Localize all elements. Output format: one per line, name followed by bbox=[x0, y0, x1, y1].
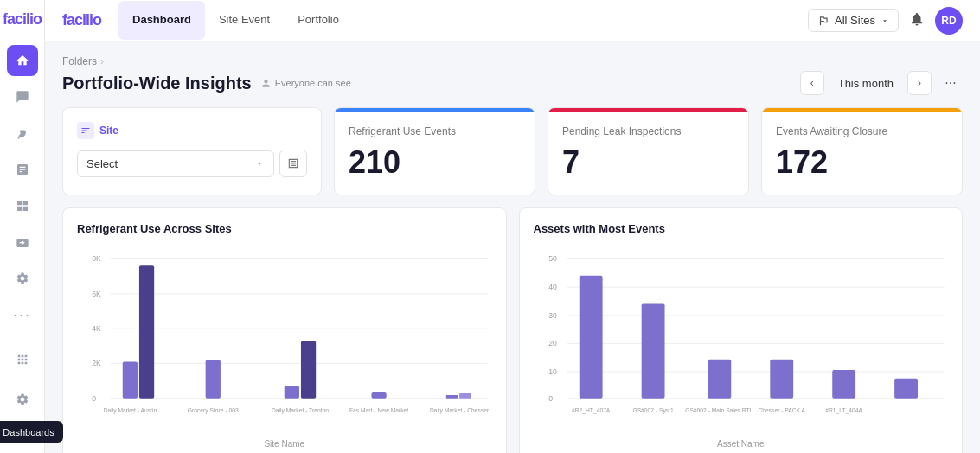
visibility-badge: Everyone can see bbox=[260, 78, 351, 89]
dashboards-button[interactable]: ☰ Dashboards bbox=[0, 421, 63, 443]
svg-text:GS#002 - Sys 1: GS#002 - Sys 1 bbox=[632, 407, 674, 414]
filter-title: Site bbox=[77, 122, 307, 139]
metric-card-refrigerant: Refrigerant Use Events 210 bbox=[334, 107, 535, 195]
svg-text:Daily Market - Chesser: Daily Market - Chesser bbox=[430, 407, 490, 414]
svg-text:10: 10 bbox=[548, 367, 557, 376]
visibility-label: Everyone can see bbox=[275, 78, 351, 88]
charts-row: Refrigerant Use Across Sites Refrigerant… bbox=[62, 207, 963, 453]
bar bbox=[832, 370, 855, 399]
svg-text:#R1_LT_404A: #R1_LT_404A bbox=[825, 407, 862, 414]
left-sidebar: facilio ··· ☰ Dashboards bbox=[0, 0, 45, 453]
metric-value-1: 210 bbox=[349, 144, 521, 181]
page-header: Portfolio-Wide Insights Everyone can see… bbox=[62, 71, 963, 95]
person-icon bbox=[260, 78, 272, 89]
tab-dashboard[interactable]: Dashboard bbox=[118, 1, 205, 40]
dropdown-chevron-icon bbox=[254, 158, 265, 169]
bar bbox=[446, 395, 458, 399]
prev-period-button[interactable]: ‹ bbox=[800, 71, 824, 95]
page-content: Folders › Portfolio-Wide Insights Everyo… bbox=[45, 41, 980, 453]
chart1-xlabel: Site Name bbox=[77, 439, 492, 449]
breadcrumb-separator: › bbox=[100, 55, 104, 67]
site-select-row: Select bbox=[77, 150, 307, 177]
svg-text:#R2_HT_407A: #R2_HT_407A bbox=[571, 407, 610, 414]
chart1-title: Refrigerant Use Across Sites bbox=[77, 222, 492, 235]
chart-assets-events: Assets with Most Events Refrigerant Use … bbox=[519, 207, 964, 453]
svg-text:Grocery Store - 003: Grocery Store - 003 bbox=[188, 407, 239, 414]
page-controls: ‹ This month › ··· bbox=[800, 71, 963, 95]
tab-portfolio[interactable]: Portfolio bbox=[284, 1, 353, 40]
sidebar-item-more[interactable]: ··· bbox=[7, 299, 38, 330]
metric-value-2: 7 bbox=[562, 144, 734, 181]
svg-text:0: 0 bbox=[92, 394, 96, 403]
metric-card-closure: Events Awaiting Closure 172 bbox=[761, 107, 963, 195]
sidebar-item-config[interactable] bbox=[7, 263, 38, 294]
sidebar-item-energy[interactable] bbox=[7, 118, 38, 149]
chart1-container: Refrigerant Use Events 8K 6K 4K 2K 0 bbox=[77, 246, 492, 436]
chart-refrigerant-use: Refrigerant Use Across Sites Refrigerant… bbox=[62, 207, 507, 453]
tab-site-event[interactable]: Site Event bbox=[205, 1, 284, 40]
sidebar-logo: facilio bbox=[3, 10, 42, 29]
svg-text:GS#002 - Main Sales RTU: GS#002 - Main Sales RTU bbox=[685, 407, 753, 413]
svg-text:6K: 6K bbox=[92, 290, 101, 298]
bar bbox=[301, 341, 316, 399]
more-options-button[interactable]: ··· bbox=[938, 71, 963, 95]
sidebar-item-analytics[interactable] bbox=[7, 154, 38, 185]
top-nav: facilio Dashboard Site Event Portfolio A… bbox=[45, 0, 980, 41]
nav-tabs: Dashboard Site Event Portfolio bbox=[118, 1, 353, 40]
breadcrumb: Folders › bbox=[62, 55, 963, 67]
bar bbox=[459, 393, 471, 399]
all-sites-button[interactable]: All Sites bbox=[808, 9, 899, 32]
svg-text:2K: 2K bbox=[92, 359, 101, 367]
svg-text:0: 0 bbox=[548, 394, 553, 403]
topnav-logo: facilio bbox=[62, 11, 101, 29]
metric-card-bar-yellow bbox=[762, 108, 962, 112]
metric-value-3: 172 bbox=[776, 144, 948, 181]
bar bbox=[641, 303, 664, 398]
table-icon bbox=[287, 157, 299, 169]
svg-text:Fas Mart - New Market: Fas Mart - New Market bbox=[349, 407, 408, 413]
sidebar-item-settings[interactable] bbox=[7, 384, 38, 415]
metric-card-leak: Pending Leak Inspections 7 bbox=[548, 107, 749, 195]
sidebar-item-home[interactable] bbox=[7, 45, 38, 76]
metric-card-bar-blue bbox=[335, 108, 535, 112]
site-select[interactable]: Select bbox=[77, 150, 274, 177]
bar bbox=[139, 265, 154, 398]
svg-text:Daily Market - Austin: Daily Market - Austin bbox=[104, 407, 157, 414]
user-avatar[interactable]: RD bbox=[935, 7, 963, 35]
metric-card-bar-red bbox=[548, 108, 748, 112]
svg-text:30: 30 bbox=[548, 311, 557, 320]
filter-label: Site bbox=[99, 124, 118, 137]
metric-label-3: Events Awaiting Closure bbox=[776, 125, 948, 137]
notification-bell[interactable] bbox=[909, 11, 925, 30]
chart2-title: Assets with Most Events bbox=[534, 222, 949, 235]
page-title-group: Portfolio-Wide Insights Everyone can see bbox=[62, 73, 351, 93]
chart1-svg: Refrigerant Use Events 8K 6K 4K 2K 0 bbox=[77, 246, 492, 418]
bar bbox=[206, 360, 221, 399]
bar bbox=[708, 360, 731, 399]
bar bbox=[894, 379, 918, 399]
chart2-svg: Refrigerant Use Events 50 40 30 20 10 0 bbox=[534, 246, 949, 418]
svg-text:4K: 4K bbox=[92, 324, 101, 333]
sidebar-item-apps[interactable] bbox=[7, 344, 38, 375]
bar bbox=[371, 392, 386, 399]
svg-text:Chesser - PACK A: Chesser - PACK A bbox=[758, 407, 805, 413]
period-label: This month bbox=[831, 73, 900, 93]
chart2-container: Refrigerant Use Events 50 40 30 20 10 0 bbox=[534, 246, 949, 436]
breadcrumb-folders[interactable]: Folders bbox=[62, 55, 97, 67]
sidebar-item-chat[interactable] bbox=[7, 81, 38, 112]
next-period-button[interactable]: › bbox=[907, 71, 932, 95]
bar bbox=[285, 386, 299, 398]
select-value: Select bbox=[86, 157, 118, 170]
svg-text:20: 20 bbox=[548, 339, 557, 348]
sidebar-item-assets[interactable] bbox=[7, 190, 38, 221]
select-action-button[interactable] bbox=[279, 150, 307, 177]
sidebar-item-inventory[interactable] bbox=[7, 226, 38, 258]
topnav-right: All Sites RD bbox=[808, 7, 963, 35]
dashboard-top-row: Site Select Refrigerant Use Events 210 bbox=[62, 107, 963, 195]
metric-label-1: Refrigerant Use Events bbox=[349, 125, 521, 137]
filter-card: Site Select bbox=[62, 107, 322, 195]
filter-icon bbox=[80, 125, 91, 136]
svg-text:50: 50 bbox=[548, 254, 557, 263]
main-content: facilio Dashboard Site Event Portfolio A… bbox=[45, 0, 980, 453]
bar bbox=[579, 276, 602, 399]
